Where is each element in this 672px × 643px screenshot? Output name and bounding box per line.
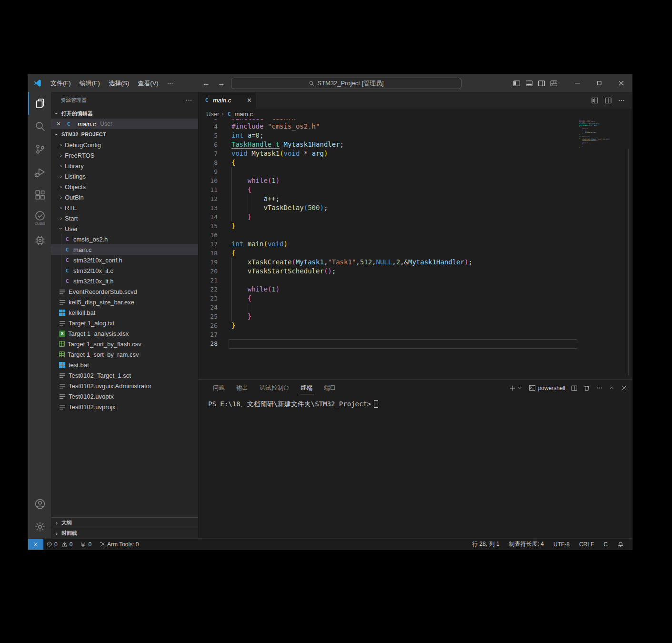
split-editor-icon[interactable]: [604, 97, 612, 104]
tree-item-stm32f10x-it-c[interactable]: Cstm32f10x_it.c: [51, 265, 198, 276]
menu-item[interactable]: 选择(S): [104, 77, 133, 90]
activity-embedded-tools-icon[interactable]: [28, 229, 51, 252]
code-line-22[interactable]: 22 while(1): [199, 285, 632, 294]
tree-item-target-1-analysis-xlsx[interactable]: XTarget 1_analysis.xlsx: [51, 328, 198, 339]
tree-item-cmsis-os2-h[interactable]: Ccmsis_os2.h: [51, 234, 198, 244]
open-editors-section[interactable]: › 打开的编辑器: [51, 108, 198, 119]
activity-source-control-icon[interactable]: [28, 138, 51, 161]
tree-item-target-1-sort-by-flash-csv[interactable]: Target 1_sort_by_flash.csv: [51, 339, 198, 349]
open-changes-icon[interactable]: [591, 97, 599, 104]
code-line-9[interactable]: 9: [199, 167, 632, 176]
code-line-21[interactable]: 21: [199, 276, 632, 285]
tree-item-test0102-uvprojx[interactable]: Test0102.uvprojx: [51, 402, 198, 412]
code-line-4[interactable]: 4#include "cmsis_os2.h": [199, 122, 632, 131]
minimize-button[interactable]: [566, 74, 588, 92]
code-editor[interactable]: 3#include "task.h"4#include "cmsis_os2.h…: [199, 119, 632, 379]
status-indentation[interactable]: 制表符长度: 4: [505, 540, 548, 548]
tree-item-test-bat[interactable]: test.bat: [51, 360, 198, 370]
outline-section[interactable]: › 大纲: [51, 517, 198, 528]
project-section-header[interactable]: › STM32_PROJECT: [51, 129, 198, 140]
code-line-28[interactable]: 28: [199, 339, 632, 348]
code-line-10[interactable]: 10 while(1): [199, 176, 632, 185]
close-window-button[interactable]: [610, 74, 632, 92]
activity-settings-icon[interactable]: [28, 515, 51, 538]
status-encoding[interactable]: UTF-8: [549, 541, 574, 548]
breadcrumb[interactable]: User › C main.c: [199, 109, 632, 119]
tree-item-listings[interactable]: ›Listings: [51, 171, 198, 181]
code-line-17[interactable]: 17int main(void): [199, 240, 632, 249]
toggle-panel-icon[interactable]: [525, 80, 533, 87]
panel-more-actions-icon[interactable]: [596, 384, 603, 392]
problems-status[interactable]: 0 0: [43, 539, 77, 550]
panel-tab-问题[interactable]: 问题: [208, 380, 230, 396]
panel-tab-调试控制台[interactable]: 调试控制台: [255, 380, 294, 396]
toggle-secondary-sidebar-icon[interactable]: [538, 80, 545, 87]
toggle-sidebar-icon[interactable]: [513, 80, 521, 87]
code-line-15[interactable]: 15}: [199, 221, 632, 231]
tree-item-test0102-uvoptx[interactable]: Test0102.uvoptx: [51, 391, 198, 402]
panel-tab-终端[interactable]: 终端: [296, 380, 318, 396]
tree-item-eventrecorderstub-scvd[interactable]: EventRecorderStub.scvd: [51, 286, 198, 297]
status-language-mode[interactable]: C: [599, 541, 612, 548]
nav-back-icon[interactable]: ←: [201, 79, 212, 88]
command-center-search[interactable]: STM32_Project [管理员]: [231, 78, 461, 89]
new-terminal-icon[interactable]: [509, 385, 516, 392]
tree-item-objects[interactable]: ›Objects: [51, 181, 198, 192]
code-line-25[interactable]: 25 }: [199, 312, 632, 321]
code-line-12[interactable]: 12 a++;: [199, 194, 632, 203]
terminal-content[interactable]: PS E:\18、文档预研\新建文件夹\STM32_Project>: [199, 396, 632, 538]
kill-terminal-icon[interactable]: [583, 385, 590, 392]
maximize-button[interactable]: [588, 74, 610, 92]
menu-item[interactable]: 编辑(E): [75, 77, 104, 90]
remote-indicator-button[interactable]: [28, 539, 43, 550]
activity-account-icon[interactable]: [28, 492, 51, 515]
panel-tab-端口[interactable]: 端口: [320, 380, 341, 396]
tree-item-rte[interactable]: ›RTE: [51, 202, 198, 213]
close-editor-icon[interactable]: ✕: [55, 121, 62, 127]
open-editor-main-c[interactable]: ✕ C main.c User: [51, 119, 198, 129]
code-line-27[interactable]: 27: [199, 330, 632, 339]
editor-more-actions-icon[interactable]: [618, 97, 625, 104]
code-line-6[interactable]: 6TaskHandle_t Mytask1Handler;: [199, 140, 632, 149]
tree-item-stm32f10x-it-h[interactable]: Cstm32f10x_it.h: [51, 276, 198, 286]
activity-cmsis-icon[interactable]: CMSIS: [28, 206, 51, 229]
tree-item-freertos[interactable]: ›FreeRTOS: [51, 150, 198, 161]
code-line-14[interactable]: 14 }: [199, 212, 632, 221]
tree-item-test0102-uvguix-administrator[interactable]: Test0102.uvguix.Administrator: [51, 381, 198, 391]
split-terminal-icon[interactable]: [571, 385, 578, 392]
menu-item[interactable]: 查看(V): [133, 77, 162, 90]
tree-item-start[interactable]: ›Start: [51, 213, 198, 223]
timeline-section[interactable]: › 时间线: [51, 528, 198, 538]
code-line-13[interactable]: 13 vTaskDelay(500);: [199, 203, 632, 212]
terminal-instance-powershell[interactable]: powershell: [529, 384, 565, 392]
code-line-24[interactable]: 24: [199, 303, 632, 312]
activity-extensions-icon[interactable]: [28, 183, 51, 206]
tree-item-stm32f10x-conf-h[interactable]: Cstm32f10x_conf.h: [51, 255, 198, 265]
activity-search-icon[interactable]: [28, 115, 51, 138]
tree-item-user[interactable]: ›User: [51, 223, 198, 234]
tree-item-debugconfig[interactable]: ›DebugConfig: [51, 140, 198, 150]
terminal-dropdown-icon[interactable]: [517, 385, 523, 391]
close-panel-icon[interactable]: [621, 385, 627, 392]
code-line-20[interactable]: 20 vTaskStartScheduler();: [199, 267, 632, 276]
tree-item-target-1-sort-by-ram-csv[interactable]: Target 1_sort_by_ram.csv: [51, 349, 198, 360]
code-line-5[interactable]: 5int a=0;: [199, 131, 632, 140]
notifications-bell-icon[interactable]: [613, 541, 628, 548]
code-line-23[interactable]: 23 {: [199, 294, 632, 303]
tab-main-c[interactable]: C main.c ✕: [199, 92, 256, 109]
code-line-7[interactable]: 7void Mytask1(void * arg): [199, 149, 632, 158]
code-line-8[interactable]: 8{: [199, 158, 632, 167]
tab-close-icon[interactable]: ✕: [247, 97, 252, 104]
code-line-16[interactable]: 16: [199, 231, 632, 240]
customize-layout-icon[interactable]: [550, 80, 558, 87]
code-line-26[interactable]: 26}: [199, 321, 632, 330]
activity-explorer-icon[interactable]: [28, 92, 51, 115]
explorer-more-actions-icon[interactable]: [185, 97, 192, 104]
tree-item-library[interactable]: ›Library: [51, 161, 198, 171]
status-cursor-position[interactable]: 行 28, 列 1: [468, 540, 503, 548]
ports-status[interactable]: 0: [77, 539, 96, 550]
minimap[interactable]: #include "task.h"#include "cmsis_os2.h"i…: [579, 121, 610, 151]
nav-forward-icon[interactable]: →: [216, 79, 227, 88]
maximize-panel-icon[interactable]: [609, 385, 615, 391]
tree-item-main-c[interactable]: Cmain.c: [51, 244, 198, 255]
